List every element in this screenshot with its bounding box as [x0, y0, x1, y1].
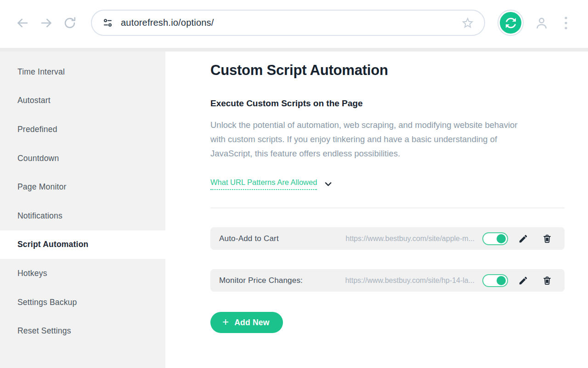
url-patterns-link[interactable]: What URL Patterns Are Allowed [210, 178, 317, 190]
edit-pencil-icon[interactable] [518, 275, 529, 286]
section-heading: Execute Custom Scripts on the Page [210, 98, 565, 109]
sidebar-item-page-monitor[interactable]: Page Monitor [0, 172, 165, 201]
refresh-arrows-icon [500, 12, 521, 34]
script-name: Auto-Add to Cart [219, 234, 279, 243]
reload-icon[interactable] [62, 15, 78, 31]
autorefresh-extension-icon[interactable] [498, 10, 524, 36]
script-automation-panel: Custom Script Automation Execute Custom … [165, 52, 588, 368]
sidebar-item-hotkeys[interactable]: Hotkeys [0, 259, 165, 288]
toggle-knob [497, 276, 506, 285]
page-title: Custom Script Automation [210, 62, 565, 79]
script-url: https://www.bestbuy.com/site/apple-m... [345, 235, 475, 243]
delete-trash-icon[interactable] [542, 233, 553, 244]
toggle-knob [497, 234, 506, 243]
chrome-divider [0, 48, 588, 52]
url-text[interactable]: autorefresh.io/options/ [121, 17, 460, 28]
script-enabled-toggle[interactable] [482, 232, 508, 245]
options-sidebar: Time Interval Autostart Predefined Count… [0, 52, 165, 368]
address-bar[interactable]: autorefresh.io/options/ [91, 10, 485, 36]
forward-icon[interactable] [39, 15, 54, 31]
script-name: Monitor Price Changes: [219, 276, 303, 285]
browser-chrome: autorefresh.io/options/ [0, 0, 588, 48]
sidebar-item-script-automation[interactable]: Script Automation [0, 230, 165, 259]
script-row-monitor-price-changes: Monitor Price Changes: https://www.bestb… [210, 269, 565, 292]
delete-trash-icon[interactable] [542, 275, 553, 286]
back-icon[interactable] [15, 15, 30, 31]
bookmark-star-icon[interactable] [460, 16, 475, 30]
site-settings-icon[interactable] [102, 17, 113, 28]
chevron-down-icon[interactable] [323, 179, 333, 189]
sidebar-item-autostart[interactable]: Autostart [0, 86, 165, 115]
plus-icon: + [222, 316, 229, 328]
browser-menu-icon[interactable] [560, 15, 572, 31]
script-url: https://www.bestbuy.com/site/hp-14-la... [345, 276, 475, 285]
add-new-button[interactable]: + Add New [210, 312, 283, 333]
sidebar-item-predefined[interactable]: Predefined [0, 115, 165, 144]
section-description: Unlock the potential of automation, web … [210, 118, 530, 161]
sidebar-item-notifications[interactable]: Notifications [0, 201, 165, 230]
section-divider [210, 207, 565, 208]
sidebar-item-time-interval[interactable]: Time Interval [0, 58, 165, 86]
edit-pencil-icon[interactable] [518, 233, 529, 244]
sidebar-item-countdown[interactable]: Countdown [0, 144, 165, 173]
script-row-auto-add-to-cart: Auto-Add to Cart https://www.bestbuy.com… [210, 227, 565, 250]
add-new-label: Add New [234, 318, 269, 328]
sidebar-item-settings-backup[interactable]: Settings Backup [0, 288, 165, 317]
url-patterns-row: What URL Patterns Are Allowed [210, 178, 565, 190]
script-enabled-toggle[interactable] [482, 274, 508, 287]
profile-icon[interactable] [533, 15, 550, 31]
sidebar-item-reset-settings[interactable]: Reset Settings [0, 316, 165, 345]
